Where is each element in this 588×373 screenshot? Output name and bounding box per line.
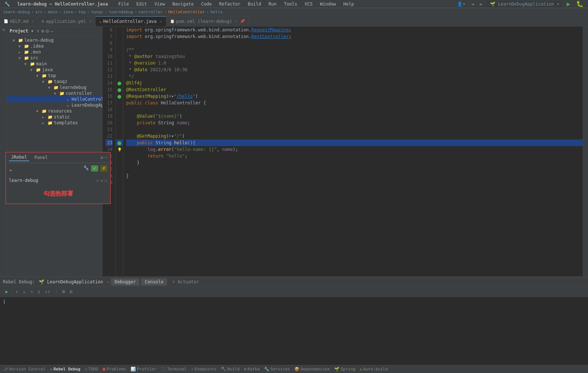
status-terminal[interactable]: ⬛ Terminal [161,367,187,372]
menu-navigate[interactable]: Navigate [171,1,195,7]
status-endpoints[interactable]: ⚡ Endpoints [191,367,217,372]
tab-java-close[interactable]: ✕ [160,20,162,24]
bc-hellocontroller[interactable]: HelloController [168,10,205,14]
tab-yml-close[interactable]: ✕ [89,19,91,23]
console-area[interactable]: | [0,297,588,365]
tree-item-top[interactable]: ▼ 📁 top [7,73,102,79]
bc-main[interactable]: main [48,10,58,14]
menu-view[interactable]: View [153,1,166,7]
status-rebel-debug[interactable]: ★ Rebel Debug [50,367,80,372]
code-editor[interactable]: import org.springframework.web.bind.anno… [123,27,588,276]
status-problems[interactable]: Problems [103,367,126,372]
toolbar-frames-icon[interactable]: ⊞ [61,288,67,295]
jrebel-enable-all-button[interactable]: ✓ [91,165,98,172]
bc-taoqz[interactable]: taoqz [91,10,103,14]
menu-build[interactable]: Build [246,1,263,7]
tab-help-md-close[interactable]: ✕ [32,19,34,23]
tree-item-controller[interactable]: ▼ 📁 controller [7,90,102,96]
menu-code[interactable]: Code [200,1,213,7]
tree-item-java[interactable]: ▼ 📁 java [7,67,102,73]
toolbar-step-out-icon[interactable]: ↑↑ [43,288,52,295]
bc-learndebug2[interactable]: learndebug [108,10,133,14]
status-build[interactable]: 🔨 Build [221,367,239,372]
bottom-tabs: Rebel Debug: 🌱 LearnDebugApplication ✕ D… [0,277,588,287]
tree-item-learndebug[interactable]: ▼ 📁 learndebug [7,84,102,90]
menu-run[interactable]: Run [267,1,278,7]
tab-application-yml[interactable]: ⚙ application.yml ✕ [38,16,96,26]
tree-item-learndebugapp[interactable]: ► ☕ LearnDebugApplicati... [7,102,102,108]
rebel-debug-app-name[interactable]: LearnDebugApplication [47,279,103,284]
bc-top[interactable]: top [78,10,86,14]
menu-refactor[interactable]: Refactor [218,1,242,7]
jrebel-enable-button[interactable]: ✗ [100,165,103,172]
close-sidebar-icon[interactable]: — [50,28,53,34]
jrebel-edit-icon[interactable]: ✏ [96,178,99,183]
status-dependencies[interactable]: 📦 Dependencies [294,367,330,372]
status-spring[interactable]: 🌱 Spring [334,367,355,372]
actuator-icon: ⚡ [172,279,175,284]
status-kafka[interactable]: ⚙ Kafka [244,367,260,372]
run-button[interactable]: ▶ [565,0,572,8]
bc-java[interactable]: java [63,10,73,14]
settings-icon[interactable]: ⚙ [46,28,49,34]
toolbar-variables-icon[interactable]: ⊟ [68,288,74,295]
bc-learndebug[interactable]: learn-debug [3,10,30,14]
status-profiler[interactable]: 📊 Profiler [131,367,156,372]
tab-hellocontroller-java[interactable]: ☕ HelloController.java ✕ [96,16,166,26]
user-icon[interactable]: 👤▾ [456,1,467,7]
tree-item-idea[interactable]: ▼ 📁 .idea [7,43,102,49]
status-auto-build[interactable]: ⚠ Auto-build [360,367,388,372]
bottom-tab-console[interactable]: Console [141,278,167,286]
status-version-control[interactable]: ⎇ Version Control [3,367,45,372]
project-icon[interactable]: P [1,29,5,31]
tab-xml-close[interactable]: ✕ [235,19,238,23]
tab-help-md[interactable]: 📄 HELP.md ✕ [0,16,38,26]
debug-run-icon[interactable]: ▶ [5,288,9,295]
menu-tools[interactable]: Tools [283,1,299,7]
tree-item-root[interactable]: ▼ 📁 learn-debug [7,37,102,43]
menu-window[interactable]: Window [318,1,337,7]
toolbar-step-over-icon[interactable]: ↷ [29,288,35,295]
rebel-debug-close[interactable]: ✕ [107,279,109,284]
collapse-all-icon[interactable]: ⬆ [37,28,39,34]
jrebel-tab-jrebel[interactable]: JRebel [9,154,29,161]
tree-item-mvn[interactable]: ► 📁 .mvn [7,49,102,55]
code-line-15: @RestController [126,86,585,93]
bc-hello[interactable]: hello [210,10,222,14]
menu-bar: 🔧 learn-debug – HelloController.java Fil… [0,0,588,8]
tree-item-taoqz[interactable]: ▼ 📁 taoqz [7,79,102,84]
status-services[interactable]: 🔧 Services [264,367,290,372]
bottom-tab-debugger[interactable]: Debugger [111,278,140,286]
jrebel-icon-tool[interactable]: 🔧 [83,165,89,172]
debug-button[interactable]: 🐛 [575,0,585,8]
tree-item-main[interactable]: ▼ 📁 main [7,61,102,67]
tree-item-hellocontroller[interactable]: ► ☕ HelloController [7,96,102,102]
learndebug-folder-icon: 📁 [53,85,59,90]
forward-button[interactable]: ► [478,1,484,7]
project-header-label: Project ▾ [10,28,34,34]
menu-edit[interactable]: Edit [135,1,149,7]
bc-controller[interactable]: controller [138,10,163,14]
jrebel-settings-icon[interactable]: ⚙ [101,155,103,160]
jrebel-checkbox-enabled[interactable]: ☑ [101,178,103,183]
jrebel-left-arrow[interactable]: ◄ [9,167,11,173]
back-button[interactable]: ◄ [470,1,475,7]
bottom-tab-actuator[interactable]: ⚡ Actuator [169,278,203,286]
toolbar-up-icon[interactable]: ↑ [14,288,20,295]
toolbar-down-icon[interactable]: ↓ [21,288,27,295]
menu-file[interactable]: File [117,1,131,7]
tree-item-src[interactable]: ▼ 📁 src [7,55,102,61]
tree-item-templates[interactable]: ► 📁 templates [7,120,102,126]
tab-pom-xml[interactable]: 📋 pom.xml (learn-debug) ✕ 📌 [166,16,249,26]
menu-vcs[interactable]: VCS [303,1,314,7]
bc-src[interactable]: src [35,10,42,14]
menu-help[interactable]: Help [342,1,356,7]
locate-file-icon[interactable]: ⊕ [41,28,44,34]
run-config[interactable]: 🌱 LearnDebugApplication ▾ [487,1,562,7]
tree-item-resources[interactable]: ▼ 📁 resources [7,108,102,114]
jrebel-tab-panel[interactable]: Panel [32,154,50,161]
status-todo[interactable]: ☑ TODO [85,367,98,372]
tree-item-static[interactable]: ► 📁 static [7,114,102,120]
toolbar-step-into-icon[interactable]: ↴ [36,288,42,295]
rebel-debug-icon: 🌱 [39,279,44,284]
